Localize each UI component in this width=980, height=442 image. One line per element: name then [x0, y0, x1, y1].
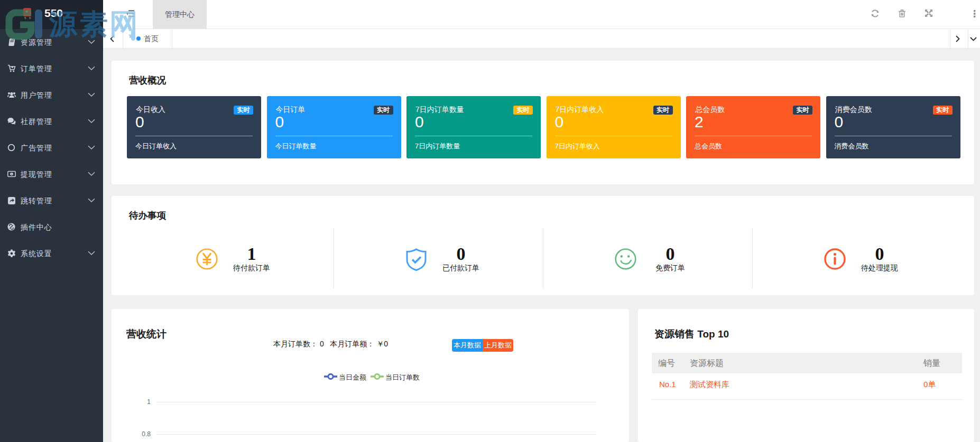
svg-text:源: 源 — [49, 8, 78, 40]
svg-text:素: 素 — [80, 8, 108, 40]
